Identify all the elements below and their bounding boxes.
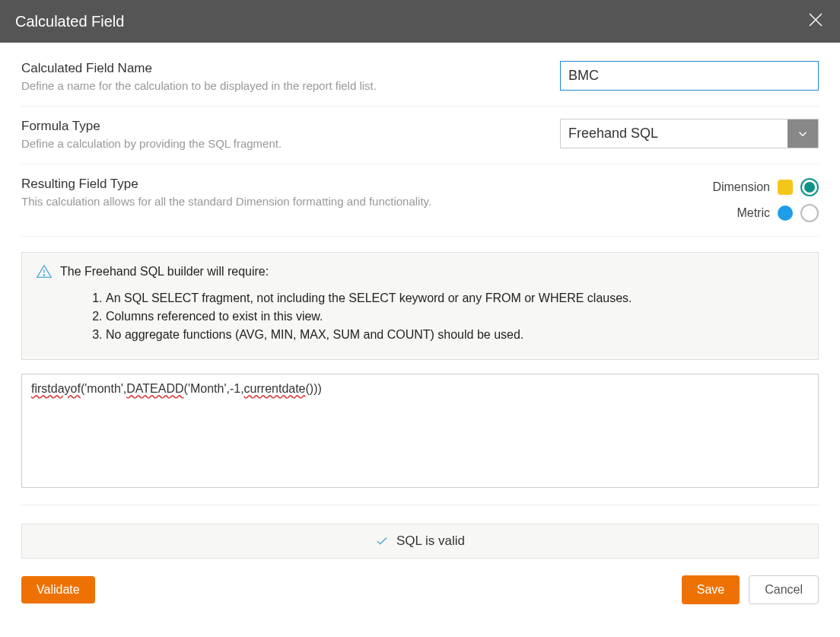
dialog-footer: Validate Save Cancel xyxy=(21,575,819,604)
result-type-desc: This calculation allows for all the stan… xyxy=(21,195,712,208)
chevron-down-icon xyxy=(788,119,818,148)
field-name-input[interactable] xyxy=(560,61,819,91)
info-item: Columns referenced to exist in this view… xyxy=(106,307,804,326)
dialog-header: Calculated Field xyxy=(0,0,840,43)
sql-status-bar: SQL is valid xyxy=(21,524,819,559)
info-item: An SQL SELECT fragment, not including th… xyxy=(106,289,804,307)
sql-token: ())) xyxy=(306,382,322,395)
dialog-title: Calculated Field xyxy=(15,13,124,30)
formula-type-select[interactable]: Freehand SQL xyxy=(560,119,819,148)
formula-type-value: Freehand SQL xyxy=(561,119,788,148)
close-icon[interactable] xyxy=(807,11,825,32)
formula-type-desc: Define a calculation by providing the SQ… xyxy=(21,137,560,150)
radio-indicator xyxy=(800,204,819,222)
status-text: SQL is valid xyxy=(396,533,465,549)
field-name-desc: Define a name for the calculation to be … xyxy=(21,79,560,92)
sql-token: ('month', xyxy=(81,382,126,395)
validate-button[interactable]: Validate xyxy=(21,576,95,604)
info-intro: The Freehand SQL builder will require: xyxy=(60,265,269,279)
info-list: An SQL SELECT fragment, not including th… xyxy=(106,289,804,344)
row-field-name: Calculated Field Name Define a name for … xyxy=(21,58,819,107)
save-button[interactable]: Save xyxy=(682,575,740,604)
warning-icon xyxy=(36,263,52,280)
sql-token: currentdate xyxy=(244,382,306,395)
result-type-radio-group: Dimension Metric xyxy=(712,177,819,222)
sql-token: firstdayof xyxy=(31,382,81,395)
info-item: No aggregate functions (AVG, MIN, MAX, S… xyxy=(106,326,804,344)
radio-label: Dimension xyxy=(712,180,770,194)
row-result-type: Resulting Field Type This calculation al… xyxy=(21,164,819,237)
radio-label: Metric xyxy=(737,206,770,220)
sql-token: ('Month',-1, xyxy=(184,382,244,395)
radio-indicator xyxy=(800,178,819,196)
sql-editor[interactable]: firstdayof('month',DATEADD('Month',-1,cu… xyxy=(21,374,819,488)
freehand-sql-info: The Freehand SQL builder will require: A… xyxy=(21,252,819,360)
radio-option-metric[interactable]: Metric xyxy=(737,204,819,222)
sql-token: DATEADD xyxy=(126,382,183,395)
divider xyxy=(21,505,819,505)
result-type-label: Resulting Field Type xyxy=(21,177,712,192)
radio-option-dimension[interactable]: Dimension xyxy=(712,178,819,196)
metric-swatch-icon xyxy=(778,205,793,221)
check-icon xyxy=(375,534,389,548)
field-name-label: Calculated Field Name xyxy=(21,61,560,76)
dimension-swatch-icon xyxy=(778,180,793,195)
formula-type-label: Formula Type xyxy=(21,119,560,134)
cancel-button[interactable]: Cancel xyxy=(749,575,819,604)
calculated-field-dialog: Calculated Field Calculated Field Name D… xyxy=(0,0,840,637)
row-formula-type: Formula Type Define a calculation by pro… xyxy=(21,107,819,164)
svg-point-4 xyxy=(43,275,44,276)
